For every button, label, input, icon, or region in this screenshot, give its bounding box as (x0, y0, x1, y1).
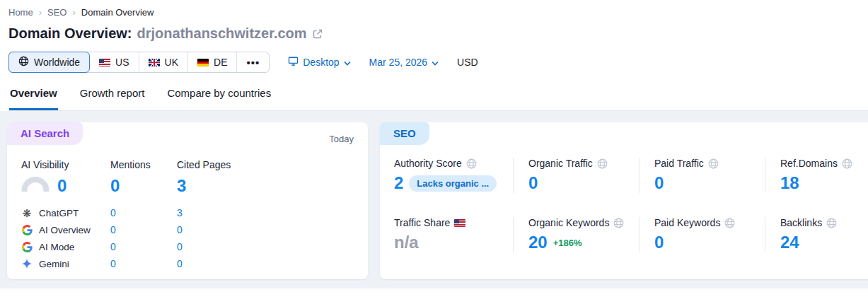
gemini-icon (21, 259, 33, 269)
mentions-header: Mentions (110, 159, 177, 176)
globe-icon[interactable] (597, 158, 608, 169)
ai-row-ai-mode: AI Mode (21, 238, 110, 255)
toolbar: Worldwide US UK DE ••• (8, 52, 868, 73)
region-button-uk[interactable]: UK (139, 52, 188, 72)
worldwide-globe-icon (18, 56, 29, 69)
ai-row-label: AI Mode (39, 242, 74, 252)
us-flag-icon (99, 59, 110, 66)
region-button-de[interactable]: DE (188, 52, 237, 72)
region-label: DE (214, 57, 227, 68)
page-title-prefix: Domain Overview: (8, 25, 132, 42)
region-label: UK (165, 57, 178, 68)
desktop-icon (288, 56, 299, 69)
metric-paid-keywords: Paid Keywords 0 (639, 217, 765, 252)
ellipsis-icon: ••• (246, 57, 260, 69)
breadcrumb-item-seo[interactable]: SEO (47, 7, 66, 18)
chevron-down-icon (432, 57, 439, 68)
ai-row-label: Gemini (39, 259, 69, 269)
page-header: Home › SEO › Domain Overview Domain Over… (0, 0, 868, 111)
ai-search-badge: AI Search (7, 122, 83, 145)
chevron-down-icon (344, 57, 351, 68)
metric-authority-score: Authority Score 2 Lacks organic ... (394, 158, 513, 193)
authority-score-value: 2 Lacks organic ... (394, 173, 504, 193)
region-selector: Worldwide US UK DE ••• (8, 52, 270, 73)
ai-visibility-value: 0 (57, 176, 66, 196)
metric-label: Organic Keywords (528, 217, 609, 228)
region-button-worldwide[interactable]: Worldwide (8, 52, 90, 73)
breadcrumb-item-home[interactable]: Home (8, 7, 33, 18)
globe-icon[interactable] (708, 158, 719, 169)
region-button-us[interactable]: US (90, 52, 139, 72)
chatgpt-cited-pages[interactable]: 3 (177, 204, 368, 221)
google-icon (21, 242, 33, 252)
metric-ref-domains: Ref.Domains 18 (765, 158, 868, 193)
seo-badge: SEO (380, 122, 429, 145)
metric-value[interactable]: 0 (654, 173, 664, 193)
metric-label: Paid Traffic (654, 158, 704, 169)
ai-mode-cited-pages[interactable]: 0 (177, 238, 368, 255)
metric-value[interactable]: 20 (528, 233, 548, 252)
globe-icon[interactable] (842, 158, 852, 169)
metric-value[interactable]: 2 (394, 173, 403, 193)
device-selector[interactable]: Desktop (288, 56, 350, 69)
globe-icon[interactable] (613, 218, 624, 228)
external-link-icon[interactable] (312, 28, 323, 40)
gauge-icon (21, 176, 50, 196)
chatgpt-mentions[interactable]: 0 (110, 204, 177, 221)
seo-metrics-grid: Authority Score 2 Lacks organic ... Orga… (380, 122, 868, 252)
period-label: Today (329, 134, 354, 144)
breadcrumb: Home › SEO › Domain Overview (8, 7, 868, 18)
authority-score-tag[interactable]: Lacks organic ... (409, 175, 497, 192)
ai-visibility-total: 0 (21, 176, 110, 204)
metric-traffic-share: Traffic Share n/a (394, 217, 513, 252)
metric-value[interactable]: 0 (654, 233, 664, 252)
breadcrumb-separator: › (73, 7, 76, 18)
page-title: Domain Overview: drjonathanschwitzer.com (8, 25, 868, 42)
region-label: US (115, 57, 129, 68)
ai-search-card: AI Search Today AI Visibility Mentions C… (7, 122, 368, 279)
metric-label: Traffic Share (394, 217, 450, 228)
metric-label: Organic Traffic (528, 158, 593, 169)
google-icon (21, 225, 33, 235)
metric-organic-keywords: Organic Keywords 20 +186% (513, 217, 639, 252)
ai-mode-mentions[interactable]: 0 (110, 238, 177, 255)
cited-pages-total[interactable]: 3 (177, 176, 368, 204)
tab-overview[interactable]: Overview (9, 87, 58, 110)
metric-paid-traffic: Paid Traffic 0 (639, 158, 765, 193)
date-selector[interactable]: Mar 25, 2026 (369, 57, 439, 68)
organic-keywords-delta: +186% (553, 238, 582, 248)
mentions-total[interactable]: 0 (110, 176, 177, 204)
breadcrumb-item-domain-overview: Domain Overview (81, 7, 154, 18)
tab-bar: Overview Growth report Compare by countr… (8, 87, 868, 111)
ai-row-label: AI Overview (39, 225, 91, 235)
de-flag-icon (197, 59, 209, 66)
gemini-mentions[interactable]: 0 (110, 255, 177, 272)
ai-visibility-header: AI Visibility (21, 159, 110, 176)
cited-pages-header: Cited Pages (177, 159, 368, 176)
date-label: Mar 25, 2026 (369, 57, 428, 68)
tab-compare-by-countries[interactable]: Compare by countries (166, 87, 272, 110)
more-regions-button[interactable]: ••• (237, 52, 269, 72)
chatgpt-icon: ❋ (21, 208, 33, 218)
metric-value[interactable]: 18 (780, 173, 799, 193)
currency-label: USD (457, 57, 478, 68)
seo-card: SEO Authority Score 2 Lacks organic ... (380, 122, 868, 279)
tab-growth-report[interactable]: Growth report (79, 87, 146, 110)
gemini-cited-pages[interactable]: 0 (177, 255, 368, 272)
breadcrumb-separator: › (39, 7, 42, 18)
metric-label: Paid Keywords (654, 217, 720, 228)
metric-value[interactable]: 0 (528, 173, 538, 193)
device-label: Desktop (303, 57, 339, 68)
region-label: Worldwide (34, 57, 80, 68)
content-area: AI Search Today AI Visibility Mentions C… (0, 111, 868, 288)
globe-icon[interactable] (466, 158, 477, 169)
ai-row-label: ChatGPT (39, 208, 79, 218)
metric-backlinks: Backlinks 24 (765, 217, 868, 252)
metric-value[interactable]: 24 (780, 233, 799, 252)
metric-label: Authority Score (394, 158, 462, 169)
ai-overview-cited-pages[interactable]: 0 (177, 221, 368, 238)
domain-name: drjonathanschwitzer.com (137, 25, 307, 42)
globe-icon[interactable] (724, 218, 735, 228)
ai-overview-mentions[interactable]: 0 (110, 221, 177, 238)
globe-icon[interactable] (826, 218, 837, 228)
